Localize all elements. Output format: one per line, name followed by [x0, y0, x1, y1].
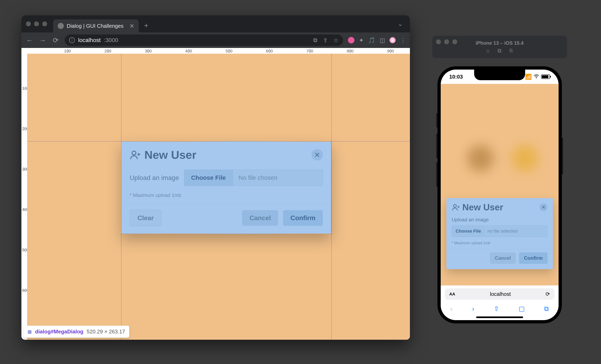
sim-traffic-close[interactable] [436, 39, 441, 44]
back-button[interactable]: ← [26, 36, 34, 44]
mobile-dialog-footer: Cancel Confirm [446, 249, 553, 269]
guide-vertical-2[interactable] [331, 54, 332, 340]
mega-dialog: New User ✕ Upload an image Choose File N… [121, 141, 331, 234]
confirm-button[interactable]: Confirm [283, 210, 323, 226]
ruler-horizontal: 100 200 300 400 500 600 700 800 900 [27, 48, 410, 54]
clear-button[interactable]: Clear [130, 210, 161, 226]
url-host: localhost [78, 37, 101, 43]
tab-title: Dialog | GUI Challenges [67, 23, 123, 29]
media-icon[interactable]: 🎵 [368, 37, 375, 44]
choose-file-button[interactable]: Choose File [184, 170, 233, 186]
dialog-title: New User [144, 148, 196, 162]
cancel-button[interactable]: Cancel [242, 210, 278, 226]
user-plus-icon [130, 149, 141, 161]
chrome-window: Dialog | GUI Challenges ✕ ＋ ⌄ ← → ⟳ i lo… [21, 15, 410, 340]
tick-h-300: 300 [145, 49, 151, 53]
dialog-header: New User ✕ [121, 142, 331, 166]
mobile-file-input[interactable]: Choose File no file selected [452, 225, 548, 237]
traffic-close[interactable] [26, 21, 31, 26]
power-button[interactable] [562, 138, 563, 174]
upload-label: Upload an image [130, 174, 179, 182]
traffic-min[interactable] [34, 21, 39, 26]
wifi-icon [534, 74, 539, 80]
page-canvas: New User ✕ Upload an image Choose File N… [27, 54, 410, 340]
mute-switch[interactable] [436, 113, 437, 128]
safari-back-icon[interactable]: ‹ [451, 305, 453, 313]
sim-copy-icon[interactable]: ⎘ [510, 48, 513, 54]
background-blob-1 [467, 145, 494, 172]
extension-icons: ✦ 🎵 ◫ ⋮ [348, 37, 406, 44]
volume-down[interactable] [436, 162, 437, 187]
ruler-vertical: 100 200 300 400 500 600 [21, 48, 27, 340]
panel-icon[interactable]: ◫ [380, 37, 385, 44]
reload-button[interactable]: ⟳ [52, 36, 60, 44]
safari-bookmarks-icon[interactable]: ▢ [519, 305, 525, 313]
safari-webview[interactable]: New User ✕ Upload an image Choose File n… [441, 84, 559, 285]
traffic-max[interactable] [42, 21, 47, 26]
file-input[interactable]: Choose File No file chosen [184, 170, 323, 186]
tabs-overflow-icon[interactable]: ⌄ [398, 20, 402, 27]
inspector-selector: dialog#MegaDialog [35, 328, 83, 335]
open-external-icon[interactable]: ⧉ [313, 37, 317, 44]
mobile-dialog: New User ✕ Upload an image Choose File n… [446, 198, 553, 269]
text-size-icon[interactable]: AA [449, 292, 455, 296]
background-blob-2 [512, 145, 538, 172]
simulator-title: iPhone 13 – iOS 15.4 [476, 40, 524, 46]
mobile-choose-button[interactable]: Choose File [452, 226, 485, 237]
file-placeholder: No file chosen [233, 170, 323, 186]
svg-point-2 [453, 204, 456, 207]
mobile-hint: * Maximum upload 1mb [446, 238, 553, 249]
user-plus-icon [452, 203, 460, 212]
sim-traffic-lights[interactable] [436, 39, 457, 44]
safari-reload-icon[interactable]: ⟳ [546, 291, 550, 297]
profile-avatar[interactable] [390, 37, 396, 43]
home-indicator[interactable] [476, 316, 523, 318]
inspector-dimensions: 520.29 × 263.17 [87, 328, 125, 335]
safari-chrome: AA localhost ⟳ ‹ › ⇧ ▢ ⧉ [441, 285, 559, 320]
extension-1-icon[interactable] [348, 37, 354, 43]
forward-button[interactable]: → [39, 36, 47, 44]
new-tab-button[interactable]: ＋ [143, 20, 150, 30]
mobile-close-button[interactable]: ✕ [539, 203, 548, 211]
inspector-badge: ▦ dialog#MegaDialog 520.29 × 263.17 [23, 326, 129, 338]
safari-url: localhost [455, 291, 546, 297]
ruler-corner [21, 48, 27, 54]
safari-url-bar[interactable]: AA localhost ⟳ [445, 288, 554, 300]
safari-tabs-icon[interactable]: ⧉ [544, 305, 549, 313]
volume-up[interactable] [436, 134, 437, 158]
extensions-icon[interactable]: ✦ [359, 37, 364, 44]
tick-h-800: 800 [347, 49, 353, 53]
chrome-toolbar: ← → ⟳ i localhost:3000 ⧉ ⇪ ☆ ✦ 🎵 ◫ ⋮ [21, 32, 410, 48]
svg-point-0 [132, 151, 136, 155]
sim-traffic-min[interactable] [444, 39, 449, 44]
dialog-body: Upload an image Choose File No file chos… [121, 166, 331, 188]
tick-h-200: 200 [104, 49, 111, 53]
safari-share-icon[interactable]: ⇧ [494, 305, 499, 313]
grid-icon: ▦ [28, 329, 32, 334]
safari-forward-icon[interactable]: › [472, 305, 474, 313]
tab-close-icon[interactable]: ✕ [130, 23, 134, 29]
menu-icon[interactable]: ⋮ [400, 37, 406, 44]
bookmark-icon[interactable]: ☆ [333, 37, 339, 44]
sim-traffic-max[interactable] [452, 39, 457, 44]
tick-h-600: 600 [266, 49, 273, 53]
browser-tab[interactable]: Dialog | GUI Challenges ✕ [53, 19, 139, 32]
sim-home-icon[interactable]: ⌂ [486, 48, 490, 54]
traffic-lights[interactable] [26, 21, 47, 26]
share-icon[interactable]: ⇪ [323, 37, 328, 44]
site-info-icon[interactable]: i [69, 37, 75, 43]
dialog-close-button[interactable]: ✕ [311, 149, 323, 161]
upload-hint: * Maximum upload 1mb [121, 188, 331, 204]
notch [474, 70, 525, 80]
sim-screenshot-icon[interactable]: ⧉ [498, 48, 501, 54]
dialog-footer: Clear Cancel Confirm [121, 204, 331, 234]
status-time: 10:03 [449, 74, 463, 80]
tick-h-400: 400 [185, 49, 192, 53]
address-bar[interactable]: i localhost:3000 ⧉ ⇪ ☆ [65, 34, 343, 46]
tick-h-100: 100 [64, 49, 71, 53]
mobile-confirm-button[interactable]: Confirm [519, 253, 548, 264]
mobile-cancel-button[interactable]: Cancel [490, 253, 516, 264]
url-port: :3000 [104, 37, 118, 43]
iphone-frame: 10:03 📶 New User [437, 66, 562, 324]
devtools-viewport: 100 200 300 400 500 600 100 200 300 400 … [21, 48, 410, 340]
